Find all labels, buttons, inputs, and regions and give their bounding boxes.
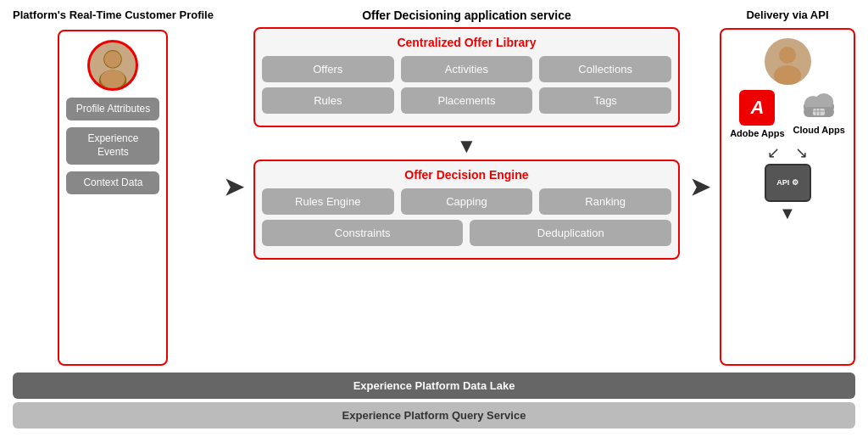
api-box: API ⚙: [765, 164, 811, 202]
api-section: ↙ ↘ API ⚙ ▼: [765, 143, 811, 223]
offers-cell: Offers: [262, 56, 394, 82]
svg-point-2: [105, 51, 122, 68]
query-service-bar: Experience Platform Query Service: [13, 402, 855, 429]
collections-cell: Collections: [539, 56, 671, 82]
constraints-cell: Constraints: [262, 220, 464, 246]
placements-cell: Placements: [401, 87, 533, 114]
offer-engine-title: Offer Decision Engine: [262, 168, 671, 182]
delivery-avatar: [765, 38, 811, 85]
adobe-apps-label: Adobe Apps: [730, 128, 784, 138]
delivery-box: A Adobe Apps Cloud Apps: [720, 28, 855, 366]
rules-engine-cell: Rules Engine: [262, 188, 394, 215]
capping-cell: Capping: [401, 188, 533, 215]
arrow-api-down: ▼: [779, 204, 796, 223]
middle-column: Offer Decisioning application service Ce…: [253, 8, 680, 366]
deduplication-cell: Deduplication: [470, 220, 671, 246]
ranking-cell: Ranking: [539, 188, 671, 215]
offer-engine-box: Offer Decision Engine Rules Engine Cappi…: [253, 160, 680, 260]
arrow-right-converge: ↘: [795, 143, 808, 162]
bottom-bars: Experience Platform Data Lake Experience…: [13, 373, 855, 429]
arrow-left-to-middle: ➤: [222, 8, 245, 366]
adobe-apps-item: A Adobe Apps: [730, 90, 784, 138]
apps-row: A Adobe Apps Cloud Apps: [728, 90, 847, 138]
context-data: Context Data: [66, 171, 159, 195]
tags-cell: Tags: [539, 87, 671, 114]
converge-arrows: ↙ ↘: [767, 143, 808, 162]
cloud-icon: [800, 90, 837, 122]
arrow-middle-to-right: ➤: [688, 8, 711, 366]
arrow-library-to-engine: ▼: [253, 134, 680, 158]
svg-point-3: [101, 70, 125, 88]
engine-row-2: Constraints Deduplication: [262, 220, 671, 246]
svg-point-4: [779, 47, 796, 64]
engine-row-1: Rules Engine Capping Ranking: [262, 188, 671, 215]
offer-library-title: Centralized Offer Library: [262, 36, 671, 49]
adobe-icon: A: [739, 90, 775, 126]
cloud-apps-item: Cloud Apps: [793, 90, 845, 135]
activities-cell: Activities: [401, 56, 533, 82]
experience-events: Experience Events: [66, 127, 159, 164]
library-row-1: Offers Activities Collections: [262, 56, 671, 82]
data-lake-bar: Experience Platform Data Lake: [13, 373, 855, 399]
offer-library-box: Centralized Offer Library Offers Activit…: [253, 27, 680, 127]
middle-title: Offer Decisioning application service: [253, 8, 680, 22]
svg-rect-10: [813, 109, 825, 115]
api-label: API ⚙: [776, 178, 798, 188]
cloud-apps-label: Cloud Apps: [793, 125, 845, 135]
right-column: Delivery via API A Adobe Apps: [720, 8, 855, 366]
right-title: Delivery via API: [746, 8, 828, 21]
arrow-left-converge: ↙: [767, 143, 780, 162]
library-row-2: Rules Placements Tags: [262, 87, 671, 114]
rules-cell: Rules: [262, 87, 394, 114]
profile-box: Profile Attributes Experience Events Con…: [58, 30, 168, 366]
left-column: Platform's Real-Time Customer Profile Pr…: [13, 8, 214, 366]
profile-attributes: Profile Attributes: [66, 98, 159, 121]
svg-point-5: [774, 65, 801, 85]
left-title: Platform's Real-Time Customer Profile: [13, 8, 214, 23]
avatar: [87, 40, 138, 91]
